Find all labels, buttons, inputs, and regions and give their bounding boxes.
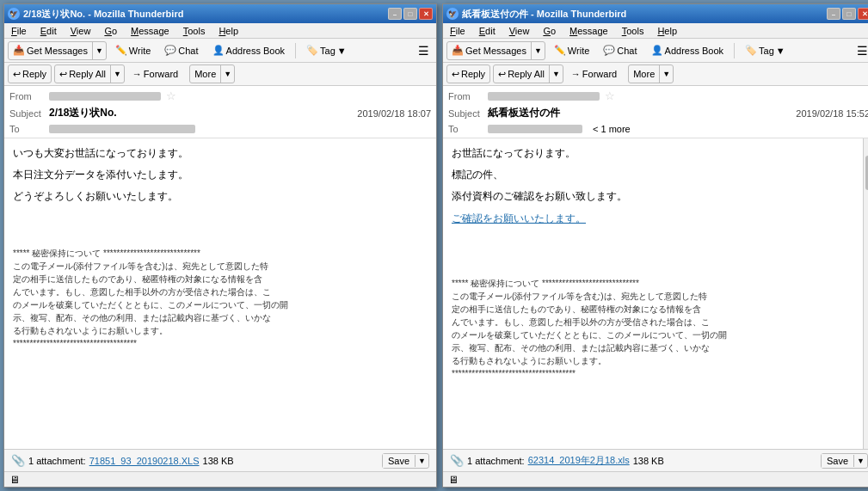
action-bar-1: ↩ Reply ↩ Reply All ▼ → Forward More ▼ <box>4 63 436 86</box>
star-icon-1[interactable]: ☆ <box>166 89 176 102</box>
menu-file-1[interactable]: File <box>8 26 30 36</box>
toolbar-sep-1 <box>295 43 296 58</box>
hamburger-menu-2[interactable]: ☰ <box>853 42 868 59</box>
tag-btn-1[interactable]: 🏷️ Tag ▼ <box>301 42 352 58</box>
save-button-2[interactable]: Save ▼ <box>821 453 868 469</box>
attachment-size-2: 138 KB <box>633 456 664 466</box>
reply-btn-2[interactable]: ↩ Reply <box>446 64 490 83</box>
app-icon-2: 🦅 <box>446 8 459 20</box>
maximize-button-1[interactable]: □ <box>403 8 417 20</box>
address-book-btn-2[interactable]: 👤 Address Book <box>646 42 729 58</box>
email-body-1: いつも大変お世話になっております。 本日注文分データを添付いたします。 どうぞよ… <box>4 138 436 449</box>
scroll-thumb-2[interactable] <box>865 156 869 190</box>
menu-view-1[interactable]: View <box>67 26 95 36</box>
email-header-2: From ☆ Subject 紙看板送付の件 2019/02/18 15:52 … <box>443 86 868 138</box>
email-footer-1: ***** 秘密保持について *************************… <box>13 247 428 350</box>
minimize-button-2[interactable]: – <box>827 8 840 20</box>
menu-edit-1[interactable]: Edit <box>37 26 60 36</box>
hamburger-menu-1[interactable]: ☰ <box>415 42 433 59</box>
menubar-2: File Edit View Go Message Tools Help <box>443 23 868 39</box>
chat-btn-2[interactable]: 💬 Chat <box>598 42 642 58</box>
body-line-2-3: 標記の件、 <box>452 167 854 183</box>
menu-tools-2[interactable]: Tools <box>619 26 648 36</box>
statusbar-1: 🖥 <box>4 471 436 487</box>
from-label-1: From <box>9 91 44 101</box>
toolbar-1: 📥 Get Messages ▼ ✏️ Write 💬 Chat 👤 Addre… <box>4 39 436 63</box>
from-value-2 <box>488 92 600 101</box>
address-book-btn-1[interactable]: 👤 Address Book <box>207 42 290 58</box>
maximize-button-2[interactable]: □ <box>842 8 856 20</box>
attachment-icon-2: 📎 <box>450 454 464 467</box>
write-btn-1[interactable]: ✏️ Write <box>110 42 156 58</box>
menubar-1: File Edit View Go Message Tools Help <box>4 23 436 39</box>
reply-all-btn-2[interactable]: ↩ Reply All ▼ <box>493 64 563 83</box>
chat-btn-1[interactable]: 💬 Chat <box>159 42 203 58</box>
from-value-1 <box>49 92 161 101</box>
app-icon-1: 🦅 <box>8 8 20 20</box>
from-row-2: From ☆ <box>448 88 868 104</box>
body-line-2-1: お世話になっております。 <box>452 145 854 162</box>
to-row-1: To <box>9 122 431 136</box>
from-label-2: From <box>448 91 483 101</box>
to-label-2: To <box>448 124 483 134</box>
status-icon-1[interactable]: 🖥 <box>9 474 20 486</box>
scrollbar-2[interactable] <box>863 138 868 449</box>
window-1: 🦅 2/18送り状No. - Mozilla Thunderbird – □ ✕… <box>3 3 437 488</box>
body-container-1: いつも大変お世話になっております。 本日注文分データを添付いたします。 どうぞよ… <box>4 138 436 449</box>
more-btn-1[interactable]: More ▼ <box>189 64 235 83</box>
forward-btn-1[interactable]: → Forward <box>127 66 183 82</box>
to-row-2: To < 1 more <box>448 122 868 136</box>
subject-label-2: Subject <box>448 108 483 119</box>
write-btn-2[interactable]: ✏️ Write <box>549 42 594 58</box>
reply-btn-1[interactable]: ↩ Reply <box>8 64 52 83</box>
menu-tools-1[interactable]: Tools <box>180 26 209 36</box>
body-line-5: どうぞよろしくお願いいたします。 <box>13 188 428 205</box>
toolbar-2: 📥 Get Messages ▼ ✏️ Write 💬 Chat 👤 Addre… <box>443 39 868 63</box>
email-footer-2: ***** 秘密保持について *************************… <box>452 277 854 380</box>
close-button-1[interactable]: ✕ <box>419 8 433 20</box>
minimize-button-1[interactable]: – <box>388 8 402 20</box>
menu-go-2[interactable]: Go <box>539 26 559 36</box>
to-extra-2: < 1 more <box>593 124 631 134</box>
subject-row-1: Subject 2/18送り状No. 2019/02/18 18:07 <box>9 104 431 122</box>
date-1: 2019/02/18 18:07 <box>357 108 431 119</box>
attachment-bar-2: 📎 1 attachment: 62314_2019年2月18.xls 138 … <box>443 449 868 471</box>
close-button-2[interactable]: ✕ <box>858 8 868 20</box>
subject-value-1: 2/18送り状No. <box>49 106 117 120</box>
get-messages-btn-2[interactable]: 📥 Get Messages ▼ <box>446 41 545 60</box>
menu-edit-2[interactable]: Edit <box>476 26 499 36</box>
star-icon-2[interactable]: ☆ <box>605 89 615 102</box>
titlebar-2: 🦅 紙看板送付の件 - Mozilla Thunderbird – □ ✕ <box>443 4 868 23</box>
body-line-2-6: ご確認をお願いいたします。 <box>452 211 854 227</box>
attachment-filename-2[interactable]: 62314_2019年2月18.xls <box>528 454 630 467</box>
email-body-2: お世話になっております。 標記の件、 添付資料のご確認をお願い致します。 ご確認… <box>443 138 863 449</box>
save-button-1[interactable]: Save ▼ <box>382 453 429 469</box>
menu-file-2[interactable]: File <box>446 26 469 36</box>
window-controls-2: – □ ✕ <box>827 8 868 20</box>
subject-value-2: 紙看板送付の件 <box>488 106 560 120</box>
status-icon-2[interactable]: 🖥 <box>448 474 459 486</box>
menu-view-2[interactable]: View <box>506 26 533 36</box>
menu-help-2[interactable]: Help <box>654 26 680 36</box>
email-header-1: From ☆ Subject 2/18送り状No. 2019/02/18 18:… <box>4 86 436 138</box>
window-2: 🦅 紙看板送付の件 - Mozilla Thunderbird – □ ✕ Fi… <box>442 3 868 488</box>
body-container-2: お世話になっております。 標記の件、 添付資料のご確認をお願い致します。 ご確認… <box>443 138 868 449</box>
forward-btn-2[interactable]: → Forward <box>566 66 622 82</box>
menu-message-2[interactable]: Message <box>566 26 612 36</box>
statusbar-2: 🖥 <box>443 471 868 487</box>
menu-help-1[interactable]: Help <box>215 26 242 36</box>
get-messages-btn-1[interactable]: 📥 Get Messages ▼ <box>8 41 107 60</box>
window-controls-1: – □ ✕ <box>388 8 433 20</box>
menu-message-1[interactable]: Message <box>127 26 173 36</box>
subject-label-1: Subject <box>9 108 44 119</box>
attachment-count-2: 1 attachment: <box>467 456 525 466</box>
titlebar-1: 🦅 2/18送り状No. - Mozilla Thunderbird – □ ✕ <box>4 4 436 23</box>
reply-all-btn-1[interactable]: ↩ Reply All ▼ <box>54 64 125 83</box>
attachment-filename-1[interactable]: 71851_93_20190218.XLS <box>89 456 200 466</box>
tag-btn-2[interactable]: 🏷️ Tag ▼ <box>740 42 791 58</box>
more-btn-2[interactable]: More ▼ <box>628 64 674 83</box>
menu-go-1[interactable]: Go <box>101 26 120 36</box>
from-row-1: From ☆ <box>9 88 431 104</box>
to-value-1 <box>49 125 195 133</box>
date-2: 2019/02/18 15:52 <box>796 108 868 119</box>
